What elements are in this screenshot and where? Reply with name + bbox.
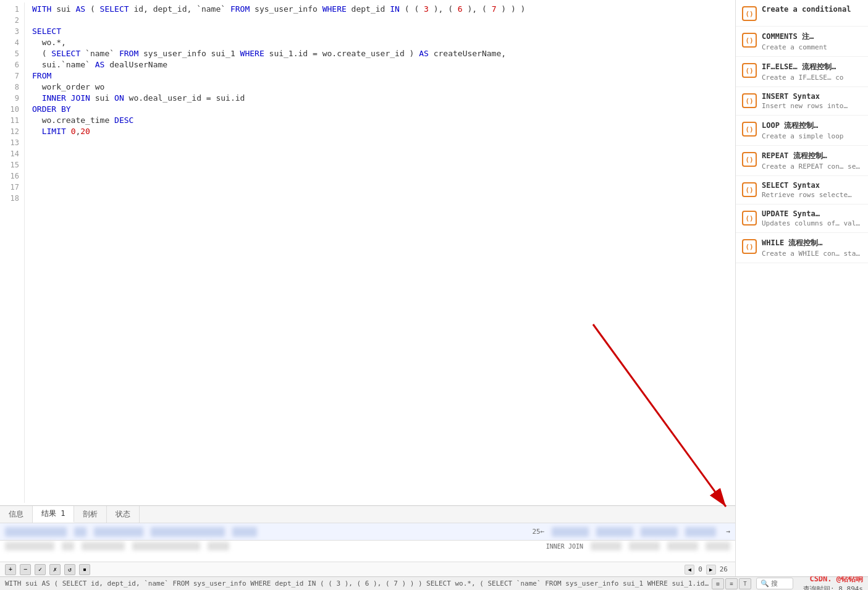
snippet-text-ifelse: IF…ELSE… 流程控制… Create a IF…ELSE… co (762, 62, 862, 82)
code-content[interactable]: WITH sui AS ( SELECT id, dept_id, `name`… (25, 2, 735, 503)
snippets-panel: () Create a conditional () COMMENTS 注… C… (735, 0, 868, 576)
remove-row-btn[interactable]: − (20, 564, 31, 575)
line-numbers: 12345 678910 1112131415 161718 (0, 2, 25, 503)
snippet-text-loop: LOOP 流程控制… Create a simple loop (762, 120, 862, 140)
snippet-while[interactable]: () WHILE 流程控制… Create a WHILE con… state… (736, 233, 868, 263)
snippet-desc-repeat: Create a REPEAT con… search_condition ex… (762, 162, 862, 171)
snippet-title-insert: INSERT Syntax (762, 92, 862, 101)
bottom-tabs: 信息 结果 1 剖析 状态 (0, 506, 735, 523)
col-header-7 (596, 527, 633, 537)
cell-9 (706, 542, 730, 550)
add-row-btn[interactable]: + (5, 564, 16, 575)
snippet-desc-select: Retrieve rows selecte… (762, 191, 862, 199)
snippet-icon-ifelse: () (742, 63, 757, 78)
snippet-title-ifelse: IF…ELSE… 流程控制… (762, 62, 862, 72)
col-header-3 (94, 527, 143, 537)
cell-1 (5, 542, 54, 550)
tab-status[interactable]: 状态 (107, 506, 140, 523)
cancel-btn[interactable]: ✗ (49, 564, 61, 575)
snippet-text-repeat: REPEAT 流程控制… Create a REPEAT con… search… (762, 151, 862, 171)
snippet-repeat[interactable]: () REPEAT 流程控制… Create a REPEAT con… sea… (736, 146, 868, 176)
cell-6 (591, 542, 622, 550)
confirm-btn[interactable]: ✓ (35, 564, 46, 575)
col-header-8 (641, 527, 678, 537)
snippet-title-select: SELECT Syntax (762, 181, 862, 190)
snippet-icon-loop: () (742, 122, 757, 137)
result-header-row: 25← → (0, 523, 735, 541)
result-page-right: → (726, 528, 730, 536)
refresh-btn[interactable]: ↺ (64, 564, 75, 575)
search-box[interactable]: 🔍 搜 (756, 578, 793, 589)
cell-8 (667, 542, 698, 550)
snippet-icon-select: () (742, 182, 757, 197)
col-header-5 (232, 527, 257, 537)
snippet-icon-while: () (742, 239, 757, 254)
status-sql-text: WITH sui AS ( SELECT id, dept_id, `name`… (5, 579, 709, 588)
col-header-6 (552, 527, 589, 537)
snippet-icon-update: () (742, 211, 757, 225)
snippet-ifelse[interactable]: () IF…ELSE… 流程控制… Create a IF…ELSE… co (736, 57, 868, 87)
col-header-4 (151, 527, 225, 537)
result-count: 25← (533, 528, 545, 536)
snippet-desc-comments: Create a comment (762, 43, 862, 51)
grid-view-btn[interactable]: ⊞ (712, 578, 724, 589)
page-num: 0 (696, 565, 705, 573)
col-header-9 (685, 527, 716, 537)
snippet-title-comments: COMMENTS 注… (762, 32, 862, 42)
bottom-area: 信息 结果 1 剖析 状态 25← (0, 505, 735, 576)
view-buttons: ⊞ ≡ T (712, 578, 751, 589)
query-time: 查询时间: 8.894s (803, 584, 863, 591)
form-view-btn[interactable]: ≡ (725, 578, 738, 589)
search-icon: 🔍 (761, 579, 769, 588)
cell-4 (132, 542, 200, 550)
snippet-desc-loop: Create a simple loop (762, 132, 862, 140)
snippet-title-while: WHILE 流程控制… (762, 238, 862, 248)
snippet-comments[interactable]: () COMMENTS 注… Create a comment (736, 27, 868, 57)
page-total: 26 (717, 565, 730, 573)
snippet-loop[interactable]: () LOOP 流程控制… Create a simple loop (736, 116, 868, 146)
snippet-desc-ifelse: Create a IF…ELSE… co (762, 74, 862, 82)
snippet-desc-insert: Insert new rows into… (762, 102, 862, 110)
status-bar-left: WITH sui AS ( SELECT id, dept_id, `name`… (5, 579, 709, 588)
snippet-icon-conditional: () (742, 6, 757, 21)
snippet-desc-while: Create a WHILE con… statement is repeate… (762, 250, 862, 258)
snippet-text-conditional: Create a conditional (762, 5, 862, 14)
snippet-update[interactable]: () UPDATE Synta… Updates columns of… val… (736, 204, 868, 233)
code-editor[interactable]: 12345 678910 1112131415 161718 WITH sui … (0, 0, 735, 505)
snippet-icon-insert: () (742, 93, 757, 108)
snippet-text-update: UPDATE Synta… Updates columns of… values (762, 209, 862, 227)
cell-5 (208, 542, 229, 550)
cell-3 (82, 542, 125, 550)
export-btn[interactable]: ▪ (79, 564, 90, 575)
tab-profile[interactable]: 剖析 (74, 506, 107, 523)
snippet-text-comments: COMMENTS 注… Create a comment (762, 32, 862, 51)
snippet-text-select: SELECT Syntax Retrieve rows selecte… (762, 181, 862, 199)
snippet-select[interactable]: () SELECT Syntax Retrieve rows selecte… (736, 176, 868, 204)
text-view-btn[interactable]: T (739, 578, 751, 589)
page-next-btn[interactable]: ▶ (706, 565, 716, 575)
page-prev-btn[interactable]: ◀ (685, 565, 694, 575)
inner-pagination: INNER JOIN (546, 543, 583, 550)
snippet-icon-comments: () (742, 33, 757, 48)
status-bar: WITH sui AS ( SELECT id, dept_id, `name`… (0, 576, 868, 590)
snippet-conditional[interactable]: () Create a conditional (736, 0, 868, 27)
tab-info[interactable]: 信息 (0, 506, 33, 523)
snippet-desc-update: Updates columns of… values (762, 219, 862, 227)
col-header-2 (74, 527, 86, 537)
snippet-title-conditional: Create a conditional (762, 5, 862, 14)
snippet-insert[interactable]: () INSERT Syntax Insert new rows into… (736, 87, 868, 116)
bottom-toolbar: + − ✓ ✗ ↺ ▪ ◀ 0 ▶ 26 (0, 562, 735, 576)
result-content: 25← → INNER JOIN (0, 523, 735, 562)
pagination-nav: ◀ 0 ▶ 26 (685, 565, 730, 575)
cell-7 (629, 542, 660, 550)
search-label: 搜 (771, 579, 778, 588)
snippet-title-update: UPDATE Synta… (762, 209, 862, 218)
snippet-title-loop: LOOP 流程控制… (762, 120, 862, 131)
snippet-title-repeat: REPEAT 流程控制… (762, 151, 862, 161)
col-header-1 (5, 527, 67, 537)
snippet-text-insert: INSERT Syntax Insert new rows into… (762, 92, 862, 110)
snippet-icon-repeat: () (742, 152, 757, 167)
cell-2 (62, 542, 74, 550)
tab-results[interactable]: 结果 1 (33, 506, 74, 523)
result-data-row: INNER JOIN (0, 541, 735, 552)
